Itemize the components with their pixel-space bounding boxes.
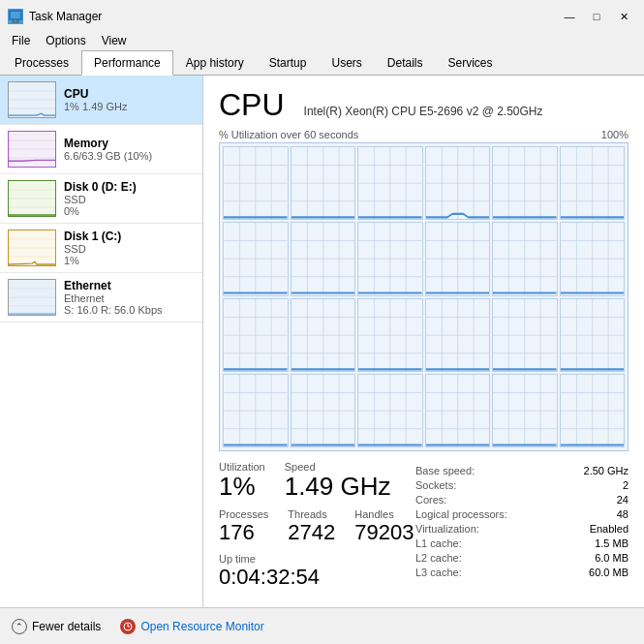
cpu-detail: 1% 1.49 GHz [64, 101, 195, 112]
tab-details[interactable]: Details [375, 50, 436, 76]
spec-logical-value: 48 [617, 508, 629, 520]
disk1-info: Disk 1 (C:) SSD 1% [64, 230, 195, 266]
cpu-cell [291, 298, 356, 372]
uptime-label: Up time [219, 553, 415, 565]
memory-thumbnail [8, 131, 56, 168]
tab-services[interactable]: Services [436, 50, 506, 76]
cpu-cell [357, 146, 423, 220]
minimize-button[interactable]: — [557, 7, 582, 26]
spec-l2-value: 6.0 MB [595, 552, 629, 564]
spec-virt: Virtualization: Enabled [415, 523, 629, 535]
ethernet-label: Ethernet [64, 279, 195, 292]
speed-value: 1.49 GHz [285, 473, 391, 501]
specs-panel: Base speed: 2.50 GHz Sockets: 2 Cores: 2… [415, 461, 629, 596]
uptime-value: 0:04:32:54 [219, 565, 415, 590]
spec-l2-label: L2 cache: [415, 552, 462, 564]
spec-cores-label: Cores: [415, 494, 446, 506]
tab-performance[interactable]: Performance [81, 50, 173, 76]
menu-file[interactable]: File [4, 31, 38, 50]
spec-l1: L1 cache: 1.5 MB [415, 537, 629, 549]
cpu-cell [425, 146, 491, 220]
menu-bar: File Options View [0, 31, 644, 50]
utilization-value: 1% [219, 473, 265, 501]
menu-options[interactable]: Options [38, 31, 93, 50]
speed-group: Speed 1.49 GHz [285, 461, 391, 501]
cpu-info: CPU 1% 1.49 GHz [64, 87, 195, 112]
cpu-model: Intel(R) Xeon(R) CPU E5-2696 v2 @ 2.50GH… [304, 105, 543, 118]
cpu-cell [291, 222, 356, 295]
disk0-type: SSD [64, 194, 195, 205]
cpu-cell [223, 298, 289, 372]
svg-rect-3 [12, 15, 15, 17]
sidebar-item-cpu[interactable]: CPU 1% 1.49 GHz [0, 76, 202, 125]
threads-label: Threads [288, 508, 335, 520]
disk0-label: Disk 0 (D: E:) [64, 180, 195, 194]
disk0-info: Disk 0 (D: E:) SSD 0% [64, 180, 195, 217]
cpu-cell [223, 146, 289, 220]
cpu-cell [223, 222, 289, 295]
threads-group: Threads 2742 [288, 508, 335, 545]
cpu-label: CPU [64, 87, 195, 101]
utilization-group: Utilization 1% [219, 461, 265, 501]
disk0-thumbnail [8, 180, 56, 217]
spec-basespeed-label: Base speed: [415, 465, 475, 476]
memory-label: Memory [64, 137, 195, 150]
menu-view[interactable]: View [94, 31, 135, 50]
fewer-details-label: Fewer details [32, 620, 101, 633]
bottom-left: Utilization 1% Speed 1.49 GHz Processes … [219, 461, 415, 596]
ethernet-type: Ethernet [64, 292, 195, 304]
cpu-header: CPU Intel(R) Xeon(R) CPU E5-2696 v2 @ 2.… [219, 87, 629, 123]
cpu-cell [492, 146, 558, 220]
fewer-details-button[interactable]: ⌃ Fewer details [12, 619, 101, 634]
cpu-chart [219, 142, 629, 451]
cpu-cell [357, 298, 423, 372]
cpu-cell [560, 222, 626, 295]
cpu-cell [492, 298, 558, 372]
spec-sockets: Sockets: 2 [415, 479, 629, 491]
disk1-label: Disk 1 (C:) [64, 230, 195, 243]
memory-info: Memory 6.6/63.9 GB (10%) [64, 137, 195, 162]
svg-rect-0 [10, 11, 21, 19]
resource-monitor-label: Open Resource Monitor [140, 620, 263, 633]
spec-sockets-label: Sockets: [415, 479, 456, 491]
sidebar: CPU 1% 1.49 GHz Memory 6.6/63.9 GB (10%) [0, 76, 203, 607]
spec-l3-label: L3 cache: [415, 567, 462, 578]
cpu-cell [223, 374, 289, 447]
spec-l2: L2 cache: 6.0 MB [415, 552, 629, 564]
tab-processes[interactable]: Processes [2, 50, 81, 76]
cpu-cell [357, 222, 423, 295]
sidebar-item-disk1[interactable]: Disk 1 (C:) SSD 1% [0, 224, 202, 273]
sidebar-item-memory[interactable]: Memory 6.6/63.9 GB (10%) [0, 125, 202, 174]
cpu-content: CPU Intel(R) Xeon(R) CPU E5-2696 v2 @ 2.… [203, 76, 644, 607]
svg-rect-1 [12, 13, 15, 15]
close-button[interactable]: ✕ [611, 7, 636, 26]
tab-startup[interactable]: Startup [257, 50, 320, 76]
open-resource-monitor-button[interactable]: Open Resource Monitor [120, 619, 263, 634]
cpu-cell [425, 298, 491, 372]
processes-row: Processes 176 Threads 2742 Handles 79203 [219, 508, 415, 545]
uptime-section: Up time 0:04:32:54 [219, 553, 415, 590]
disk0-usage: 0% [64, 205, 195, 217]
cpu-title: CPU [219, 87, 285, 123]
bottom-section: Utilization 1% Speed 1.49 GHz Processes … [219, 461, 629, 596]
spec-virt-value: Enabled [590, 523, 629, 535]
window-controls: — □ ✕ [557, 7, 636, 26]
memory-detail: 6.6/63.9 GB (10%) [64, 150, 195, 162]
title-bar: Task Manager — □ ✕ [0, 0, 644, 31]
tabs-bar: Processes Performance App history Startu… [0, 50, 644, 76]
processes-label: Processes [219, 508, 268, 520]
tab-app-history[interactable]: App history [173, 50, 257, 76]
ethernet-speed: S: 16.0 R: 56.0 Kbps [64, 304, 195, 316]
cpu-thumbnail [8, 81, 56, 118]
spec-sockets-value: 2 [623, 479, 629, 491]
tab-users[interactable]: Users [319, 50, 374, 76]
sidebar-item-disk0[interactable]: Disk 0 (D: E:) SSD 0% [0, 174, 202, 224]
cpu-cell [425, 374, 491, 447]
spec-l3-value: 60.0 MB [589, 567, 629, 578]
svg-rect-2 [16, 13, 19, 15]
maximize-button[interactable]: □ [584, 7, 609, 26]
app-icon [8, 9, 23, 24]
sidebar-item-ethernet[interactable]: Ethernet Ethernet S: 16.0 R: 56.0 Kbps [0, 273, 202, 322]
cpu-cell [425, 222, 491, 295]
spec-cores: Cores: 24 [415, 494, 629, 506]
